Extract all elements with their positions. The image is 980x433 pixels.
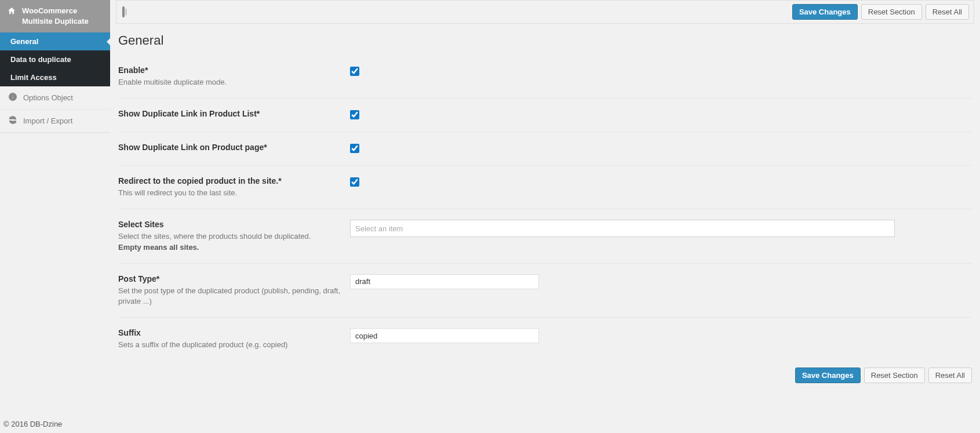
- field-redirect: Redirect to the copied product in the si…: [118, 166, 972, 209]
- panel-toggle-icon[interactable]: [121, 8, 126, 16]
- info-icon: [8, 92, 17, 103]
- reset-section-button[interactable]: Reset Section: [861, 4, 922, 20]
- sidebar-item-limit-access[interactable]: Limit Access: [0, 68, 110, 86]
- show-page-checkbox[interactable]: [350, 144, 359, 153]
- footer-copyright: © 2016 DB-Dzine: [0, 417, 980, 432]
- post-type-input[interactable]: [350, 274, 539, 289]
- field-desc: This will redirect you to the last site.: [118, 188, 350, 198]
- sidebar-item-options-object[interactable]: Options Object: [0, 86, 110, 110]
- field-label: Suffix: [118, 328, 350, 337]
- refresh-icon: [8, 115, 17, 126]
- suffix-input[interactable]: [350, 328, 539, 343]
- field-enable: Enable* Enable multisite duplicate mode.: [118, 55, 972, 99]
- sidebar-item-general[interactable]: General: [0, 32, 110, 50]
- reset-all-button[interactable]: Reset All: [926, 4, 969, 20]
- home-icon: [7, 6, 16, 19]
- svg-rect-2: [12, 94, 13, 95]
- redirect-checkbox[interactable]: [350, 177, 359, 187]
- field-label: Post Type*: [118, 274, 350, 283]
- sidebar-header: WooCommerce Multisite Duplicate: [0, 0, 110, 32]
- field-desc: Sets a suffix of the duplicated product …: [118, 340, 350, 350]
- field-label: Show Duplicate Link on Product page*: [118, 143, 350, 152]
- field-post-type: Post Type* Set the post type of the dupl…: [118, 264, 972, 318]
- field-select-sites: Select Sites Select the sites, where the…: [118, 209, 972, 263]
- field-desc: Set the post type of the duplicated prod…: [118, 286, 350, 307]
- bottom-toolbar: Save Changes Reset Section Reset All: [116, 361, 974, 389]
- field-label: Redirect to the copied product in the si…: [118, 176, 350, 185]
- sidebar-title-line2: Multisite Duplicate: [22, 17, 89, 26]
- field-show-page: Show Duplicate Link on Product page*: [118, 132, 972, 166]
- sidebar-item-import-export[interactable]: Import / Export: [0, 110, 110, 133]
- main-panel: Save Changes Reset Section Reset All Gen…: [110, 0, 980, 417]
- field-desc: Enable multisite duplicate mode.: [118, 77, 350, 88]
- enable-checkbox[interactable]: [350, 67, 359, 76]
- reset-section-button-bottom[interactable]: Reset Section: [864, 367, 925, 383]
- select-sites-input[interactable]: Select an item: [350, 220, 895, 237]
- section-title: General: [116, 24, 974, 55]
- show-list-checkbox[interactable]: [350, 110, 359, 119]
- sidebar: WooCommerce Multisite Duplicate General …: [0, 0, 110, 417]
- field-desc: Select the sites, where the products sho…: [118, 231, 350, 252]
- reset-all-button-bottom[interactable]: Reset All: [928, 367, 972, 383]
- field-show-list: Show Duplicate Link in Product List*: [118, 99, 972, 132]
- save-changes-button[interactable]: Save Changes: [792, 4, 858, 20]
- field-label: Enable*: [118, 66, 350, 75]
- field-label: Select Sites: [118, 220, 350, 229]
- field-suffix: Suffix Sets a suffix of the duplicated p…: [118, 318, 972, 361]
- top-toolbar: Save Changes Reset Section Reset All: [116, 0, 974, 24]
- sidebar-title-line1: WooCommerce: [22, 6, 77, 15]
- field-label: Show Duplicate Link in Product List*: [118, 109, 350, 118]
- sidebar-item-data-to-duplicate[interactable]: Data to duplicate: [0, 50, 110, 68]
- svg-rect-1: [12, 96, 13, 99]
- save-changes-button-bottom[interactable]: Save Changes: [795, 367, 861, 383]
